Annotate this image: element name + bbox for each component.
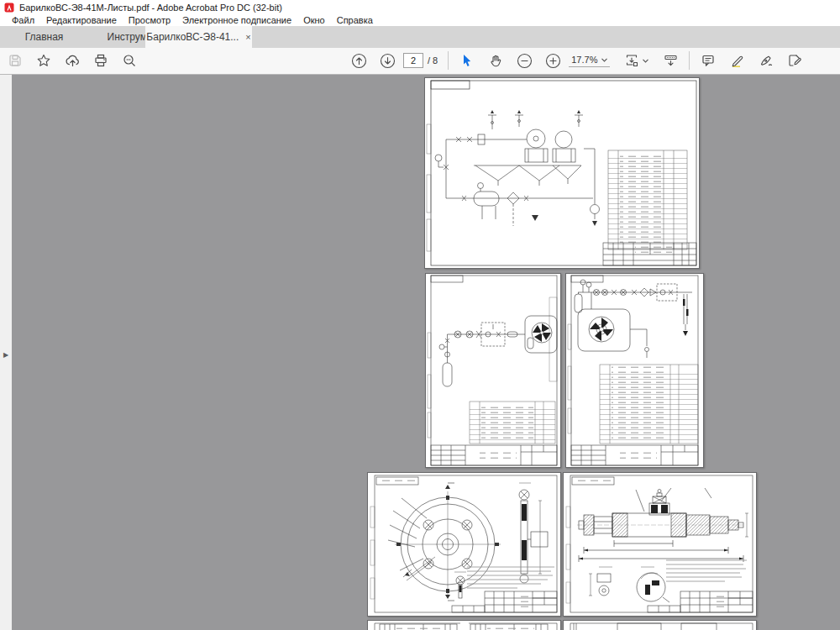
pdf-page-2 [424, 77, 700, 269]
hand-tool-button[interactable] [487, 52, 504, 69]
menu-edit[interactable]: Редактирование [40, 15, 123, 25]
select-tool-button[interactable] [459, 52, 475, 69]
menu-window[interactable]: Окно [297, 15, 331, 25]
engineering-drawing-scheme-1 [425, 78, 699, 268]
page-total-label: / 8 [428, 55, 438, 66]
edit-page-icon [786, 53, 802, 68]
menu-esign[interactable]: Электронное подписание [176, 15, 297, 25]
save-button[interactable] [7, 52, 24, 69]
sign-button[interactable] [757, 52, 774, 69]
search-icon [122, 53, 137, 68]
drawing-sheet-top [564, 621, 756, 630]
share-upload-button[interactable] [64, 52, 81, 69]
page-fit-icon [624, 53, 639, 68]
menu-view[interactable]: Просмотр [123, 15, 176, 25]
save-icon [8, 53, 23, 68]
hand-icon [488, 53, 503, 68]
previous-page-button[interactable] [350, 52, 367, 69]
engineering-drawing-shaft [564, 473, 756, 616]
tab-document[interactable]: БарилкоВС-Э8-41... × [145, 26, 252, 48]
next-page-button[interactable] [379, 52, 396, 69]
star-icon [36, 53, 51, 68]
printer-icon [93, 53, 108, 68]
page-number-input[interactable] [403, 53, 423, 68]
expand-navigation-pane-button[interactable]: ▶ [2, 350, 10, 360]
select-cursor-icon [459, 53, 475, 68]
scroll-mode-button[interactable] [662, 52, 679, 69]
edit-pdf-button[interactable] [785, 52, 802, 69]
engineering-drawing-scheme-3 [566, 274, 703, 467]
search-button[interactable] [121, 52, 138, 69]
acrobat-pdf-icon [4, 3, 14, 13]
menu-file[interactable]: Файл [6, 15, 40, 25]
document-viewport[interactable]: ▶ [0, 75, 840, 630]
tab-close-icon[interactable]: × [245, 33, 250, 42]
pdf-page-3 [425, 273, 561, 468]
minus-circle-icon [517, 53, 533, 69]
cloud-upload-icon [65, 53, 81, 68]
chevron-down-icon[interactable] [643, 59, 648, 63]
pdf-page-8 [563, 620, 757, 630]
toolbar-divider [448, 51, 449, 70]
toolbar-divider [689, 51, 690, 70]
window-title: БарилкоВС-Э8-41М-Листы.pdf - Adobe Acrob… [19, 3, 282, 13]
window-titlebar: БарилкоВС-Э8-41М-Листы.pdf - Adobe Acrob… [0, 0, 840, 14]
engineering-drawing-scheme-2 [426, 274, 560, 467]
zoom-level-dropdown[interactable]: 17.7% [569, 54, 610, 67]
fountain-pen-icon [758, 53, 774, 68]
chevron-down-icon [601, 58, 607, 62]
comment-bubble-icon [701, 53, 716, 68]
engineering-drawing-disc [368, 473, 560, 616]
tab-document-label: БарилкоВС-Э8-41... [146, 31, 239, 43]
pdf-page-4 [565, 273, 704, 468]
page-fit-button[interactable] [623, 52, 640, 69]
tab-home[interactable]: Главная [0, 31, 88, 43]
zoom-in-button[interactable] [544, 52, 561, 69]
comment-button[interactable] [700, 52, 717, 69]
menubar: Файл Редактирование Просмотр Электронное… [0, 14, 840, 26]
favorite-star-button[interactable] [35, 52, 52, 69]
zoom-out-button[interactable] [516, 52, 533, 69]
tabbar: Главная Инструменты БарилкоВС-Э8-41... × [0, 26, 840, 48]
pdf-page-5 [367, 472, 561, 617]
print-button[interactable] [92, 52, 109, 69]
highlighter-pen-icon [729, 53, 744, 68]
arrow-down-circle-icon [380, 53, 396, 69]
pdf-page-6 [563, 472, 757, 617]
arrow-up-circle-icon [351, 53, 367, 69]
navigation-pane-rail: ▶ [0, 75, 12, 630]
menu-help[interactable]: Справка [331, 15, 379, 25]
scroll-mode-icon [663, 53, 679, 68]
specification-sheet-top [368, 621, 560, 630]
main-toolbar: / 8 [0, 48, 840, 75]
zoom-level-value: 17.7% [571, 55, 597, 65]
pdf-page-7 [367, 620, 561, 630]
highlight-button[interactable] [728, 52, 745, 69]
plus-circle-icon [545, 53, 561, 69]
